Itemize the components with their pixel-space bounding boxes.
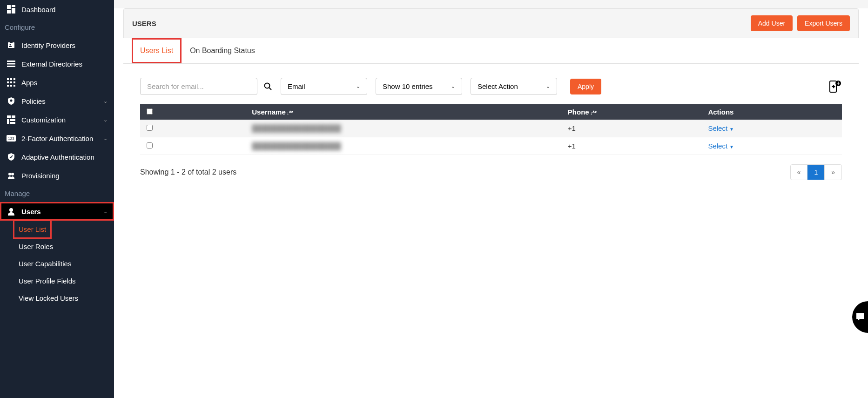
chevron-down-icon: ⌄ — [356, 83, 360, 89]
svg-rect-8 — [7, 61, 15, 62]
main-content: USERS Add User Export Users Users List O… — [114, 0, 868, 398]
svg-rect-25 — [10, 122, 15, 124]
svg-rect-0 — [7, 5, 11, 9]
action-dropdown[interactable]: Select Action ⌄ — [471, 78, 557, 95]
row-checkbox[interactable] — [147, 142, 153, 148]
search-icon[interactable] — [264, 82, 272, 91]
pagination-prev[interactable]: « — [791, 165, 808, 180]
svg-rect-23 — [7, 119, 9, 124]
add-user-button[interactable]: Add User — [751, 15, 793, 31]
row-action-select[interactable]: Select▼ — [708, 124, 734, 132]
filter-bar: Email ⌄ Show 10 entries ⌄ Select Action … — [123, 64, 859, 104]
sidebar-item-apps[interactable]: Apps — [0, 73, 114, 92]
sidebar-item-label: Apps — [21, 79, 108, 87]
sidebar-item-label: Adaptive Authentication — [21, 153, 108, 161]
search-input[interactable] — [140, 78, 257, 95]
entries-dropdown[interactable]: Show 10 entries ⌄ — [376, 78, 462, 95]
svg-rect-11 — [7, 78, 9, 80]
chat-widget[interactable] — [852, 301, 868, 333]
svg-point-29 — [11, 173, 14, 175]
svg-text:123: 123 — [8, 136, 14, 141]
panel-header: USERS Add User Export Users — [123, 8, 859, 38]
phone-cell: +1 — [561, 137, 702, 155]
caret-down-icon: ▼ — [729, 127, 734, 132]
sidebar-item-label: Policies — [21, 97, 103, 105]
svg-point-30 — [9, 208, 13, 212]
svg-rect-1 — [12, 5, 15, 7]
sidebar-item-adaptive-auth[interactable]: Adaptive Authentication — [0, 148, 114, 166]
svg-rect-14 — [7, 81, 9, 83]
column-header-username[interactable]: Username↓ᴬᶻ — [245, 104, 561, 120]
row-checkbox[interactable] — [147, 125, 153, 131]
svg-point-28 — [8, 173, 11, 175]
list-icon — [7, 59, 16, 68]
shield-check-icon — [7, 152, 16, 162]
svg-rect-12 — [10, 78, 12, 80]
svg-rect-24 — [10, 119, 15, 121]
field-dropdown[interactable]: Email ⌄ — [281, 78, 367, 95]
sidebar-item-label: Users — [21, 208, 103, 216]
sidebar-sub-user-profile-fields[interactable]: User Profile Fields — [0, 272, 114, 290]
sidebar-section-configure: Configure — [0, 19, 114, 36]
tab-onboarding-status[interactable]: On Boarding Status — [182, 38, 263, 63]
sidebar-item-users[interactable]: Users ⌄ — [0, 202, 114, 221]
column-header-actions: Actions — [701, 104, 842, 120]
apply-button[interactable]: Apply — [570, 79, 601, 94]
chevron-down-icon: ⌄ — [103, 135, 108, 142]
blocks-icon — [7, 115, 16, 124]
svg-rect-9 — [7, 63, 15, 65]
svg-rect-3 — [7, 10, 11, 13]
sidebar-item-identity-providers[interactable]: Identity Providers — [0, 36, 114, 54]
column-header-phone[interactable]: Phone↓ᴬᶻ — [561, 104, 702, 120]
sidebar-sub-user-capabilities[interactable]: User Capabilities — [0, 255, 114, 272]
username-cell: ██████████████████ — [252, 124, 341, 132]
svg-rect-22 — [12, 115, 15, 118]
select-all-checkbox[interactable] — [147, 108, 153, 115]
sidebar-item-label: Provisioning — [21, 172, 108, 180]
users-sync-icon — [7, 171, 16, 180]
svg-rect-15 — [10, 81, 12, 83]
sidebar-sub-view-locked-users[interactable]: View Locked Users — [0, 290, 114, 307]
tab-users-list[interactable]: Users List — [132, 38, 182, 63]
svg-rect-21 — [7, 115, 11, 118]
pagination-next[interactable]: » — [825, 165, 841, 180]
export-users-button[interactable]: Export Users — [797, 15, 850, 31]
sidebar-item-external-directories[interactable]: External Directories — [0, 54, 114, 73]
chevron-down-icon: ⌄ — [451, 83, 455, 89]
username-cell: ██████████████████ — [252, 142, 341, 150]
chevron-down-icon: ⌄ — [103, 117, 108, 123]
svg-point-31 — [265, 83, 270, 88]
table-footer: Showing 1 - 2 of total 2 users « 1 » — [123, 155, 859, 189]
dashboard-icon — [7, 5, 16, 14]
table-row: ██████████████████ +1 Select▼ — [140, 120, 842, 137]
svg-rect-13 — [13, 78, 15, 80]
svg-rect-5 — [10, 41, 13, 43]
sidebar-item-label: Customization — [21, 116, 103, 124]
chevron-down-icon: ⌄ — [103, 209, 108, 215]
svg-rect-7 — [9, 46, 12, 47]
caret-down-icon: ▼ — [729, 144, 734, 149]
sidebar-item-dashboard[interactable]: Dashboard — [0, 0, 114, 19]
chevron-down-icon: ⌄ — [103, 98, 108, 104]
svg-rect-16 — [13, 81, 15, 83]
sort-icon: ↓ᴬᶻ — [590, 110, 597, 115]
sort-icon: ↓ᴬᶻ — [287, 110, 294, 115]
sidebar-item-label: External Directories — [21, 60, 108, 68]
sidebar-sub-user-list[interactable]: User List — [14, 221, 51, 238]
row-action-select[interactable]: Select▼ — [708, 142, 734, 150]
svg-point-20 — [10, 100, 13, 102]
import-icon[interactable]: + — [828, 80, 842, 94]
sidebar-sub-user-roles[interactable]: User Roles — [0, 238, 114, 255]
svg-rect-10 — [7, 66, 15, 67]
123-icon: 123 — [7, 134, 16, 143]
sidebar-section-manage: Manage — [0, 185, 114, 202]
sidebar-item-provisioning[interactable]: Provisioning — [0, 166, 114, 185]
result-count: Showing 1 - 2 of total 2 users — [140, 168, 790, 176]
sidebar-item-customization[interactable]: Customization ⌄ — [0, 110, 114, 129]
sidebar-item-2fa[interactable]: 123 2-Factor Authentication ⌄ — [0, 129, 114, 148]
svg-rect-17 — [7, 85, 9, 87]
pagination-page-1[interactable]: 1 — [807, 165, 825, 180]
page-title: USERS — [132, 20, 746, 27]
sidebar-item-policies[interactable]: Policies ⌄ — [0, 92, 114, 110]
pagination: « 1 » — [790, 164, 842, 180]
